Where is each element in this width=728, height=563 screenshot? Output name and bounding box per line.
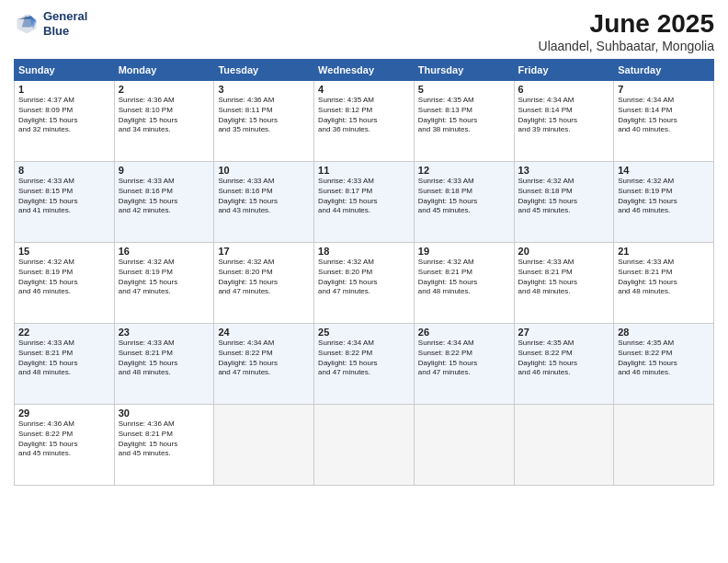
- day-info: Sunrise: 4:32 AM Sunset: 8:19 PM Dayligh…: [18, 258, 110, 297]
- calendar-cell: 15Sunrise: 4:32 AM Sunset: 8:19 PM Dayli…: [15, 243, 115, 324]
- day-number: 19: [418, 246, 510, 257]
- day-number: 28: [618, 327, 710, 338]
- day-number: 21: [618, 246, 710, 257]
- day-info: Sunrise: 4:33 AM Sunset: 8:21 PM Dayligh…: [618, 258, 710, 297]
- day-info: Sunrise: 4:35 AM Sunset: 8:22 PM Dayligh…: [618, 339, 710, 378]
- logo: General Blue: [14, 9, 87, 38]
- day-number: 16: [119, 246, 210, 257]
- calendar-subtitle: Ulaandel, Suhbaatar, Mongolia: [539, 39, 714, 53]
- calendar-cell: 17Sunrise: 4:32 AM Sunset: 8:20 PM Dayli…: [214, 243, 314, 324]
- calendar-cell: 19Sunrise: 4:32 AM Sunset: 8:21 PM Dayli…: [414, 243, 514, 324]
- day-number: 13: [518, 165, 610, 176]
- day-number: 9: [119, 165, 210, 176]
- calendar-cell: 10Sunrise: 4:33 AM Sunset: 8:16 PM Dayli…: [214, 162, 314, 243]
- day-info: Sunrise: 4:32 AM Sunset: 8:18 PM Dayligh…: [518, 177, 610, 216]
- calendar-page: General Blue June 2025 Ulaandel, Suhbaat…: [0, 0, 728, 563]
- day-number: 22: [18, 327, 110, 338]
- day-info: Sunrise: 4:34 AM Sunset: 8:22 PM Dayligh…: [218, 339, 310, 378]
- day-number: 6: [518, 84, 610, 95]
- calendar-table: SundayMondayTuesdayWednesdayThursdayFrid…: [14, 59, 714, 486]
- calendar-cell: 4Sunrise: 4:35 AM Sunset: 8:12 PM Daylig…: [314, 81, 415, 162]
- logo-text: General Blue: [43, 9, 87, 38]
- col-header-sunday: Sunday: [15, 60, 115, 81]
- calendar-cell: 16Sunrise: 4:32 AM Sunset: 8:19 PM Dayli…: [114, 243, 214, 324]
- calendar-cell: 11Sunrise: 4:33 AM Sunset: 8:17 PM Dayli…: [314, 162, 415, 243]
- col-header-friday: Friday: [514, 60, 614, 81]
- day-info: Sunrise: 4:34 AM Sunset: 8:22 PM Dayligh…: [418, 339, 510, 378]
- day-number: 8: [18, 165, 110, 176]
- header: General Blue June 2025 Ulaandel, Suhbaat…: [14, 9, 714, 53]
- calendar-cell: 26Sunrise: 4:34 AM Sunset: 8:22 PM Dayli…: [414, 324, 514, 405]
- day-info: Sunrise: 4:33 AM Sunset: 8:21 PM Dayligh…: [18, 339, 110, 378]
- week-row-1: 1Sunrise: 4:37 AM Sunset: 8:09 PM Daylig…: [15, 81, 714, 162]
- day-info: Sunrise: 4:33 AM Sunset: 8:16 PM Dayligh…: [218, 177, 310, 216]
- week-row-4: 22Sunrise: 4:33 AM Sunset: 8:21 PM Dayli…: [15, 324, 714, 405]
- calendar-cell: 12Sunrise: 4:33 AM Sunset: 8:18 PM Dayli…: [414, 162, 514, 243]
- day-info: Sunrise: 4:32 AM Sunset: 8:20 PM Dayligh…: [218, 258, 310, 297]
- calendar-cell: 22Sunrise: 4:33 AM Sunset: 8:21 PM Dayli…: [15, 324, 115, 405]
- calendar-cell: 20Sunrise: 4:33 AM Sunset: 8:21 PM Dayli…: [514, 243, 614, 324]
- col-header-thursday: Thursday: [414, 60, 514, 81]
- day-number: 20: [518, 246, 610, 257]
- day-info: Sunrise: 4:33 AM Sunset: 8:18 PM Dayligh…: [418, 177, 510, 216]
- day-number: 1: [18, 84, 110, 95]
- header-row: SundayMondayTuesdayWednesdayThursdayFrid…: [15, 60, 714, 81]
- day-number: 5: [418, 84, 510, 95]
- day-info: Sunrise: 4:36 AM Sunset: 8:21 PM Dayligh…: [119, 419, 210, 459]
- day-info: Sunrise: 4:33 AM Sunset: 8:15 PM Dayligh…: [18, 177, 110, 216]
- day-number: 24: [218, 327, 310, 338]
- day-info: Sunrise: 4:33 AM Sunset: 8:17 PM Dayligh…: [318, 177, 410, 216]
- calendar-cell: 29Sunrise: 4:36 AM Sunset: 8:22 PM Dayli…: [15, 405, 115, 486]
- day-info: Sunrise: 4:33 AM Sunset: 8:16 PM Dayligh…: [119, 177, 210, 216]
- title-block: June 2025 Ulaandel, Suhbaatar, Mongolia: [539, 9, 714, 53]
- week-row-5: 29Sunrise: 4:36 AM Sunset: 8:22 PM Dayli…: [15, 405, 714, 486]
- col-header-tuesday: Tuesday: [214, 60, 314, 81]
- day-info: Sunrise: 4:35 AM Sunset: 8:22 PM Dayligh…: [518, 339, 610, 378]
- day-number: 15: [18, 246, 110, 257]
- day-number: 7: [618, 84, 710, 95]
- calendar-cell: 5Sunrise: 4:35 AM Sunset: 8:13 PM Daylig…: [414, 81, 514, 162]
- day-info: Sunrise: 4:33 AM Sunset: 8:21 PM Dayligh…: [119, 339, 210, 378]
- calendar-cell: 25Sunrise: 4:34 AM Sunset: 8:22 PM Dayli…: [314, 324, 415, 405]
- col-header-monday: Monday: [114, 60, 214, 81]
- calendar-cell: 23Sunrise: 4:33 AM Sunset: 8:21 PM Dayli…: [114, 324, 214, 405]
- calendar-cell: 9Sunrise: 4:33 AM Sunset: 8:16 PM Daylig…: [114, 162, 214, 243]
- calendar-cell: 3Sunrise: 4:36 AM Sunset: 8:11 PM Daylig…: [214, 81, 314, 162]
- day-number: 17: [218, 246, 310, 257]
- calendar-cell: 28Sunrise: 4:35 AM Sunset: 8:22 PM Dayli…: [614, 324, 714, 405]
- col-header-saturday: Saturday: [614, 60, 714, 81]
- calendar-cell: 24Sunrise: 4:34 AM Sunset: 8:22 PM Dayli…: [214, 324, 314, 405]
- calendar-cell: [214, 405, 314, 486]
- calendar-cell: 21Sunrise: 4:33 AM Sunset: 8:21 PM Dayli…: [614, 243, 714, 324]
- calendar-cell: 8Sunrise: 4:33 AM Sunset: 8:15 PM Daylig…: [15, 162, 115, 243]
- day-info: Sunrise: 4:32 AM Sunset: 8:20 PM Dayligh…: [318, 258, 410, 297]
- calendar-cell: 1Sunrise: 4:37 AM Sunset: 8:09 PM Daylig…: [15, 81, 115, 162]
- day-info: Sunrise: 4:36 AM Sunset: 8:10 PM Dayligh…: [119, 96, 210, 135]
- logo-icon: [14, 11, 40, 37]
- day-number: 3: [218, 84, 310, 95]
- day-info: Sunrise: 4:37 AM Sunset: 8:09 PM Dayligh…: [18, 96, 110, 135]
- calendar-cell: [614, 405, 714, 486]
- calendar-cell: 13Sunrise: 4:32 AM Sunset: 8:18 PM Dayli…: [514, 162, 614, 243]
- calendar-cell: 7Sunrise: 4:34 AM Sunset: 8:14 PM Daylig…: [614, 81, 714, 162]
- calendar-cell: 18Sunrise: 4:32 AM Sunset: 8:20 PM Dayli…: [314, 243, 415, 324]
- week-row-3: 15Sunrise: 4:32 AM Sunset: 8:19 PM Dayli…: [15, 243, 714, 324]
- day-info: Sunrise: 4:36 AM Sunset: 8:11 PM Dayligh…: [218, 96, 310, 135]
- day-number: 14: [618, 165, 710, 176]
- calendar-cell: 27Sunrise: 4:35 AM Sunset: 8:22 PM Dayli…: [514, 324, 614, 405]
- day-number: 10: [218, 165, 310, 176]
- day-info: Sunrise: 4:32 AM Sunset: 8:21 PM Dayligh…: [418, 258, 510, 297]
- day-info: Sunrise: 4:34 AM Sunset: 8:14 PM Dayligh…: [518, 96, 610, 135]
- day-info: Sunrise: 4:32 AM Sunset: 8:19 PM Dayligh…: [618, 177, 710, 216]
- calendar-cell: 2Sunrise: 4:36 AM Sunset: 8:10 PM Daylig…: [114, 81, 214, 162]
- calendar-cell: 6Sunrise: 4:34 AM Sunset: 8:14 PM Daylig…: [514, 81, 614, 162]
- day-number: 11: [318, 165, 410, 176]
- calendar-cell: [514, 405, 614, 486]
- calendar-cell: [314, 405, 415, 486]
- col-header-wednesday: Wednesday: [314, 60, 415, 81]
- day-info: Sunrise: 4:34 AM Sunset: 8:14 PM Dayligh…: [618, 96, 710, 135]
- day-number: 30: [119, 408, 210, 419]
- calendar-cell: [414, 405, 514, 486]
- day-info: Sunrise: 4:34 AM Sunset: 8:22 PM Dayligh…: [318, 339, 410, 378]
- day-number: 27: [518, 327, 610, 338]
